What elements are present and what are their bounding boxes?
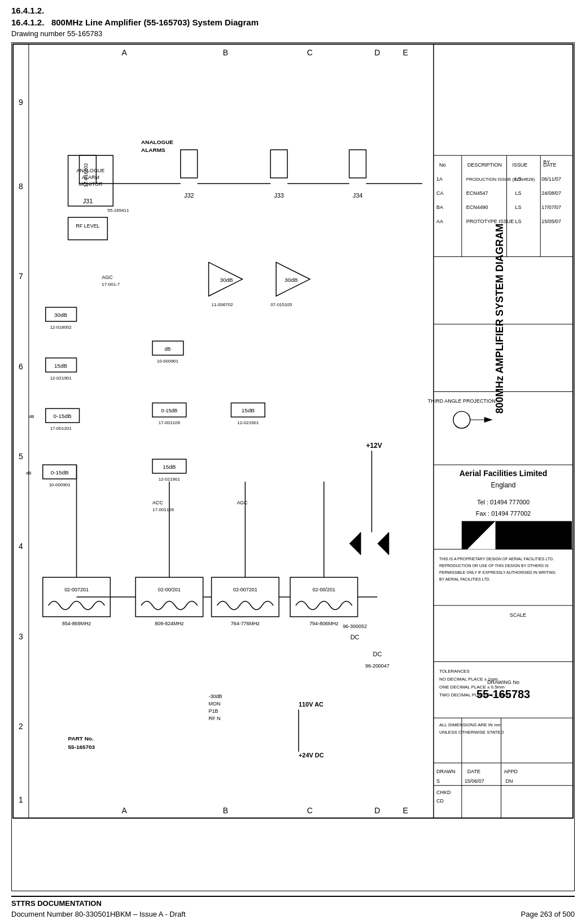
svg-point-64 — [453, 411, 470, 428]
svg-text:MONITOR: MONITOR — [78, 181, 103, 187]
svg-rect-24 — [434, 44, 573, 818]
svg-text:854-869MHz: 854-869MHz — [62, 621, 91, 626]
svg-text:CD: CD — [436, 798, 444, 804]
svg-text:1: 1 — [19, 795, 23, 804]
svg-text:LS: LS — [515, 204, 521, 210]
page-title: 16.4.1.2. 800MHz Line Amplifier (55-1657… — [11, 18, 575, 27]
svg-text:0-15dB: 0-15dB — [161, 408, 177, 413]
svg-text:DC: DC — [351, 634, 360, 640]
diagram-container: 9 8 7 6 5 4 3 2 1 A B C D E A B C D E — [11, 42, 575, 891]
svg-rect-136 — [212, 577, 279, 617]
svg-text:9: 9 — [19, 98, 23, 107]
svg-text:8: 8 — [19, 182, 23, 191]
svg-text:06/11/07: 06/11/07 — [541, 176, 561, 182]
svg-text:96-200047: 96-200047 — [365, 663, 390, 669]
svg-text:3: 3 — [19, 632, 23, 641]
svg-text:15dB: 15dB — [242, 407, 255, 413]
svg-marker-165 — [377, 533, 388, 555]
svg-text:DESCRIPTION: DESCRIPTION — [467, 162, 502, 168]
svg-text:UNLESS OTHERWISE STATED: UNLESS OTHERWISE STATED — [439, 730, 504, 735]
svg-text:55-165703: 55-165703 — [68, 744, 95, 750]
svg-text:55-165783: 55-165783 — [476, 688, 530, 700]
svg-text:ECN4490: ECN4490 — [466, 204, 488, 210]
section-title: 16.4.1.2. — [11, 6, 575, 15]
svg-text:ECN4547: ECN4547 — [466, 190, 488, 196]
svg-marker-66 — [484, 417, 493, 422]
svg-text:C: C — [307, 48, 313, 57]
svg-text:5: 5 — [19, 452, 23, 461]
svg-text:REPRODUCTION OR USE OF THIS DE: REPRODUCTION OR USE OF THIS DESIGN BY OT… — [439, 564, 549, 568]
svg-text:ALARM: ALARM — [82, 175, 99, 180]
svg-text:15/05/07: 15/05/07 — [541, 219, 561, 224]
svg-text:dB: dB — [29, 414, 34, 419]
svg-text:1A: 1A — [436, 176, 443, 182]
svg-text:A: A — [122, 48, 128, 57]
svg-text:12-021901: 12-021901 — [159, 477, 181, 482]
svg-text:17-001201: 17-001201 — [50, 426, 72, 431]
svg-text:AGC: AGC — [237, 500, 248, 505]
svg-text:No: No — [439, 162, 445, 168]
svg-text:AA: AA — [436, 219, 443, 224]
svg-text:12-021901: 12-021901 — [50, 376, 72, 381]
svg-text:96-300052: 96-300052 — [343, 624, 367, 629]
svg-text:BY AERIAL FACILITIES LTD.: BY AERIAL FACILITIES LTD. — [439, 577, 491, 581]
svg-text:DATE: DATE — [467, 769, 480, 774]
svg-text:J32: J32 — [184, 192, 194, 199]
footer-section: STTRS DOCUMENTATION Document Number 80-3… — [11, 896, 575, 918]
svg-text:12-021901: 12-021901 — [237, 420, 259, 425]
drawing-number: Drawing number 55-165783 — [11, 29, 575, 38]
svg-text:12-018002: 12-018002 — [50, 325, 72, 330]
svg-text:764-776MHz: 764-776MHz — [231, 621, 260, 626]
svg-text:ALL DIMENSIONS ARE IN mm: ALL DIMENSIONS ARE IN mm — [439, 722, 502, 727]
svg-text:B: B — [223, 48, 228, 57]
svg-text:E: E — [403, 48, 408, 57]
svg-text:7: 7 — [19, 272, 23, 281]
svg-text:MON: MON — [209, 701, 221, 707]
svg-text:+12V: +12V — [366, 442, 382, 450]
svg-rect-106 — [181, 150, 198, 178]
svg-rect-0 — [13, 44, 573, 818]
svg-text:ALARMS: ALARMS — [141, 147, 165, 153]
svg-text:D: D — [374, 48, 380, 57]
svg-text:CA: CA — [436, 190, 443, 196]
svg-text:CHKD: CHKD — [436, 790, 451, 795]
svg-text:ANALOGUE: ANALOGUE — [77, 168, 105, 173]
svg-text:17/07/07: 17/07/07 — [541, 204, 561, 210]
diagram-svg: 9 8 7 6 5 4 3 2 1 A B C D E A B C D E — [12, 43, 574, 819]
svg-text:10-000901: 10-000901 — [157, 359, 179, 364]
svg-text:AGC: AGC — [102, 274, 113, 280]
svg-text:P1B: P1B — [209, 708, 218, 714]
svg-text:24/08/07: 24/08/07 — [541, 190, 561, 196]
svg-text:C: C — [307, 807, 313, 816]
svg-text:809-824MHz: 809-824MHz — [155, 621, 184, 626]
svg-text:ISSUE: ISSUE — [512, 162, 527, 168]
svg-text:D: D — [374, 807, 380, 816]
svg-text:LS: LS — [515, 176, 521, 182]
svg-text:DN: DN — [505, 778, 513, 784]
svg-marker-163 — [349, 533, 361, 555]
svg-text:17-001109: 17-001109 — [159, 420, 181, 425]
svg-text:J33: J33 — [274, 192, 284, 199]
svg-text:dB: dB — [164, 346, 170, 352]
svg-text:+24V DC: +24V DC — [299, 752, 324, 759]
svg-text:SCALE: SCALE — [510, 612, 526, 618]
svg-text:LS: LS — [515, 219, 521, 224]
svg-text:THIS IS A PROPRIETARY DESIGN O: THIS IS A PROPRIETARY DESIGN OF AERIAL F… — [439, 557, 554, 561]
page-container: 16.4.1.2. 16.4.1.2. 800MHz Line Amplifie… — [0, 0, 586, 924]
svg-text:800MHz AMPLIFIER SYSTEM DIAGRA: 800MHz AMPLIFIER SYSTEM DIAGRAM — [495, 224, 506, 414]
svg-text:DRAWING No: DRAWING No — [487, 679, 519, 685]
svg-text:15dB: 15dB — [163, 464, 176, 470]
svg-text:2: 2 — [19, 722, 23, 731]
svg-text:ANALOGUE: ANALOGUE — [141, 139, 173, 145]
svg-text:Tel : 01494 777000: Tel : 01494 777000 — [477, 499, 530, 505]
svg-rect-108 — [270, 150, 287, 178]
svg-text:794-806MHz: 794-806MHz — [309, 621, 339, 626]
svg-text:RF N: RF N — [209, 716, 221, 721]
svg-text:55-165411: 55-165411 — [107, 208, 129, 213]
footer-bottom: Document Number 80-330501HBKM – Issue A … — [11, 910, 575, 918]
svg-text:RF LEVEL: RF LEVEL — [76, 223, 99, 229]
svg-text:10-000901: 10-000901 — [49, 482, 71, 487]
svg-text:PERMISSIBLE ONLY IF EXPRESSLY : PERMISSIBLE ONLY IF EXPRESSLY AUTHORISED… — [439, 570, 556, 574]
svg-text:17-001-7: 17-001-7 — [102, 282, 120, 287]
svg-text:DC: DC — [373, 651, 382, 657]
